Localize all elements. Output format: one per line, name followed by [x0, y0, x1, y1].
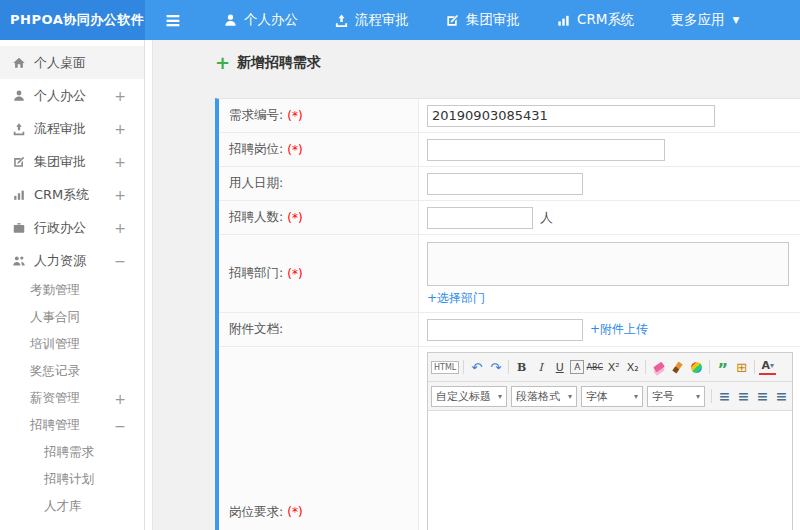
sidebar-item-training-mgmt[interactable]: 培训管理	[0, 331, 144, 358]
top-nav: 个人办公 流程审批 集团审批 CRM系统 更多应用 ▼	[223, 0, 739, 40]
caret-down-icon: ▼	[732, 15, 739, 25]
superscript-button[interactable]: X²	[605, 358, 622, 376]
body-wrap: 个人桌面 个人办公 + 流程审批 + 集团审批 + CRM系统 +	[0, 40, 800, 530]
expand-toggle[interactable]: +	[114, 88, 126, 104]
align-left-icon[interactable]: ≡	[716, 387, 733, 405]
label-text: 用人日期:	[229, 175, 283, 192]
select-label: 段落格式	[516, 389, 560, 404]
sidebar-item-hr-contract[interactable]: 人事合同	[0, 304, 144, 331]
nav-workflow-approval[interactable]: 流程审批	[334, 11, 409, 29]
expand-toggle[interactable]: +	[114, 187, 126, 203]
expand-toggle[interactable]: +	[114, 121, 126, 137]
app-window: PHPOA协同办公软件 ≡ 个人办公 流程审批 集团审批 CRM系统 更多应用 …	[0, 0, 800, 530]
label-text: 招聘部门:	[229, 265, 283, 282]
expand-toggle[interactable]: +	[114, 391, 126, 407]
subscript-button[interactable]: X₂	[624, 358, 641, 376]
nav-label: 流程审批	[355, 11, 409, 29]
sidebar-item-label: 奖惩记录	[30, 363, 80, 380]
font-style-button[interactable]: A	[570, 360, 584, 374]
attachment-input[interactable]	[427, 319, 583, 341]
headcount-input[interactable]	[427, 207, 533, 229]
redo-icon[interactable]: ↷	[487, 358, 504, 376]
sidebar-item-group-approval[interactable]: 集团审批 +	[0, 145, 144, 178]
undo-icon[interactable]: ↶	[468, 358, 485, 376]
nav-personal-office[interactable]: 个人办公	[223, 11, 298, 29]
edit-icon	[445, 13, 460, 28]
position-input[interactable]	[427, 139, 665, 161]
caret-down-icon: ▾	[696, 392, 700, 401]
format-brush-icon[interactable]	[669, 358, 686, 376]
font-color-button[interactable]: A ▾	[759, 359, 776, 375]
bold-button[interactable]: B	[513, 358, 530, 376]
field-label: 招聘部门: (*)	[219, 235, 419, 312]
form-row-attachment: 附件文档: +附件上传	[219, 313, 800, 347]
sidebar-item-recruitment-mgmt[interactable]: 招聘管理 −	[0, 412, 144, 439]
top-header: PHPOA协同办公软件 ≡ 个人办公 流程审批 集团审批 CRM系统 更多应用 …	[0, 0, 800, 40]
sidebar-item-recruitment-demand[interactable]: 招聘需求	[0, 439, 144, 466]
sidebar-item-crm-system[interactable]: CRM系统 +	[0, 178, 144, 211]
required-mark: (*)	[287, 505, 302, 519]
required-mark: (*)	[287, 143, 302, 157]
sidebar-item-workflow-approval[interactable]: 流程审批 +	[0, 112, 144, 145]
collapse-toggle[interactable]: −	[114, 253, 126, 269]
sidebar-item-reward-punishment[interactable]: 奖惩记录	[0, 358, 144, 385]
sidebar-item-admin-office[interactable]: 行政办公 +	[0, 211, 144, 244]
recruitment-demand-form: 需求编号: (*) 招聘岗位: (*)	[215, 98, 800, 530]
nav-group-approval[interactable]: 集团审批	[445, 11, 520, 29]
paragraph-format-select[interactable]: 段落格式 ▾	[511, 386, 577, 407]
font-family-select[interactable]: 字体 ▾	[581, 386, 643, 407]
align-center-icon[interactable]: ≡	[735, 387, 752, 405]
sidebar-item-human-resources[interactable]: 人力资源 −	[0, 244, 144, 277]
nav-label: CRM系统	[577, 11, 634, 29]
table-icon[interactable]: ⊞	[733, 358, 750, 376]
attachment-upload-link[interactable]: +附件上传	[590, 321, 648, 338]
label-text: 岗位要求:	[229, 504, 283, 521]
italic-button[interactable]: I	[532, 358, 549, 376]
sidebar-item-recruitment-plan[interactable]: 招聘计划	[0, 466, 144, 493]
collapse-toggle[interactable]: −	[114, 418, 126, 434]
caret-down-icon: ▾	[770, 360, 774, 372]
align-justify-icon[interactable]: ≡	[773, 387, 790, 405]
sidebar-item-talent-pool[interactable]: 人才库	[0, 493, 144, 520]
field-label: 招聘岗位: (*)	[219, 133, 419, 166]
sidebar-item-personal-office[interactable]: 个人办公 +	[0, 79, 144, 112]
toolbar-separator	[463, 360, 464, 374]
field-label: 附件文档:	[219, 313, 419, 346]
menu-icon[interactable]: ≡	[145, 0, 201, 40]
label-text: 招聘岗位:	[229, 141, 283, 158]
html-source-button[interactable]: HTML	[431, 361, 459, 374]
required-mark: (*)	[287, 109, 302, 123]
sidebar-item-salary-mgmt[interactable]: 薪资管理 +	[0, 385, 144, 412]
expand-toggle[interactable]: +	[114, 154, 126, 170]
sidebar-item-attendance-mgmt[interactable]: 考勤管理	[0, 277, 144, 304]
underline-button[interactable]: U	[551, 358, 568, 376]
demand-no-input[interactable]	[427, 105, 715, 127]
sidebar-item-label: 人力资源	[34, 252, 86, 270]
bar-chart-icon	[12, 188, 26, 202]
nav-more-apps[interactable]: 更多应用 ▼	[670, 11, 739, 29]
sidebar-item-label: CRM系统	[34, 186, 89, 204]
eraser-icon[interactable]	[650, 358, 667, 376]
select-label: 自定义标题	[436, 389, 491, 404]
select-department-link[interactable]: +选择部门	[427, 290, 485, 307]
color-palette-icon[interactable]	[688, 358, 705, 376]
hire-date-input[interactable]	[427, 173, 583, 195]
department-textarea[interactable]	[427, 242, 789, 286]
people-icon	[12, 254, 26, 268]
blockquote-button[interactable]: ”	[714, 355, 731, 379]
select-label: 字号	[652, 389, 674, 404]
sidebar-item-personal-desktop[interactable]: 个人桌面	[0, 46, 144, 79]
select-label: 字体	[586, 389, 608, 404]
editor-content-area[interactable]	[428, 411, 792, 530]
font-size-select[interactable]: 字号 ▾	[647, 386, 705, 407]
field-label: 岗位要求: (*)	[219, 347, 419, 530]
sidebar-splitter[interactable]	[145, 40, 153, 530]
field-label: 用人日期:	[219, 167, 419, 200]
align-right-icon[interactable]: ≡	[754, 387, 771, 405]
nav-crm-system[interactable]: CRM系统	[556, 11, 634, 29]
strikethrough-button[interactable]: ABC	[586, 358, 603, 376]
field-label: 招聘人数: (*)	[219, 201, 419, 234]
heading-select[interactable]: 自定义标题 ▾	[431, 386, 507, 407]
expand-toggle[interactable]: +	[114, 220, 126, 236]
flow-upload-icon	[334, 13, 349, 28]
